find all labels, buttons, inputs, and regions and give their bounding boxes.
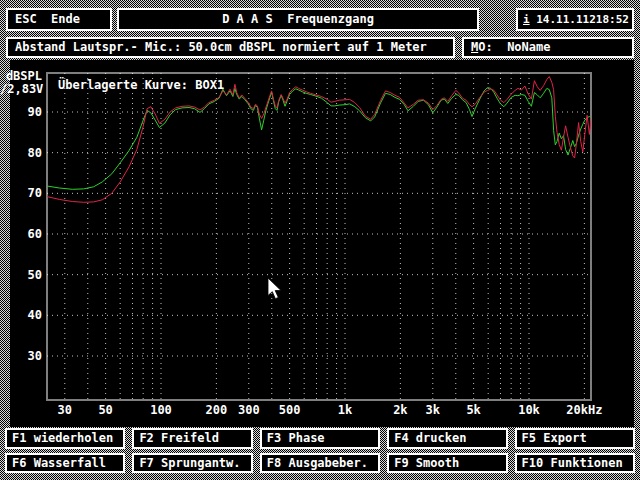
measurement-info-text: Abstand Lautspr.- Mic.: 50.0cm dBSPL nor… — [15, 40, 427, 54]
model-label: O: — [478, 40, 507, 54]
fkey-button-f5[interactable]: F5 Export — [515, 428, 635, 449]
app-title-bar: D A A S Frequenzgang — [117, 8, 479, 31]
fkey-button-f1[interactable]: F1 wiederholen — [5, 428, 125, 449]
y-tick-label: 80 — [6, 146, 42, 160]
x-tick-label: 5k — [466, 403, 480, 417]
x-tick-label: 500 — [279, 403, 301, 417]
x-tick-label: 30 — [58, 403, 72, 417]
fkey-button-f9[interactable]: F9 Smooth — [387, 453, 507, 474]
fkey-button-f3[interactable]: F3 Phase — [260, 428, 380, 449]
esc-exit-label: ESC Ende — [15, 12, 80, 26]
fkey-button-f7[interactable]: F7 Sprungantw. — [132, 453, 252, 474]
y-tick-label: 70 — [6, 186, 42, 200]
x-tick-label: 50 — [98, 403, 112, 417]
fkey-button-f6[interactable]: F6 Wasserfall — [5, 453, 125, 474]
fkey-button-f8[interactable]: F8 Ausgabeber. — [260, 453, 380, 474]
y-tick-label: 40 — [6, 308, 42, 322]
info-hotkey: i — [523, 13, 530, 26]
x-tick-label: 20kHz — [566, 403, 602, 417]
info-clock-button[interactable]: i 14.11.11218:52 — [516, 8, 634, 31]
function-key-bar: F1 wiederholenF2 FreifeldF3 PhaseF4 druc… — [5, 428, 635, 473]
y-tick-label: 50 — [6, 268, 42, 282]
fkey-button-f2[interactable]: F2 Freifeld — [132, 428, 252, 449]
y-axis-unit-line1: dBSPL — [0, 69, 42, 83]
daas-screen: { "header": { "esc_label": "ESC Ende", "… — [0, 0, 640, 480]
curve-overlay-title: Überlagerte Kurve: BOX1 — [58, 78, 224, 92]
y-tick-label: 30 — [6, 349, 42, 363]
x-tick-label: 200 — [206, 403, 228, 417]
x-tick-label: 2k — [393, 403, 407, 417]
y-tick-label: 60 — [6, 227, 42, 241]
measurement-info-bar: Abstand Lautspr.- Mic.: 50.0cm dBSPL nor… — [6, 37, 455, 58]
x-tick-label: 1k — [338, 403, 352, 417]
x-tick-label: 10k — [518, 403, 540, 417]
y-axis-unit-line2: /2,83V — [0, 82, 42, 96]
y-tick-label: 90 — [6, 105, 42, 119]
chart-panel — [10, 60, 634, 427]
x-tick-label: 300 — [238, 403, 260, 417]
esc-exit-button[interactable]: ESC Ende — [6, 8, 112, 31]
fkey-button-f4[interactable]: F4 drucken — [387, 428, 507, 449]
x-tick-label: 3k — [426, 403, 440, 417]
datetime-text: 14.11.11218:52 — [530, 13, 629, 26]
fkey-button-f10[interactable]: F10 Funktionen — [515, 453, 635, 474]
x-tick-label: 100 — [150, 403, 172, 417]
model-value: NoName — [507, 40, 550, 54]
app-title: D A A S Frequenzgang — [222, 12, 374, 26]
model-select-button[interactable]: MO: NoName — [462, 37, 634, 58]
